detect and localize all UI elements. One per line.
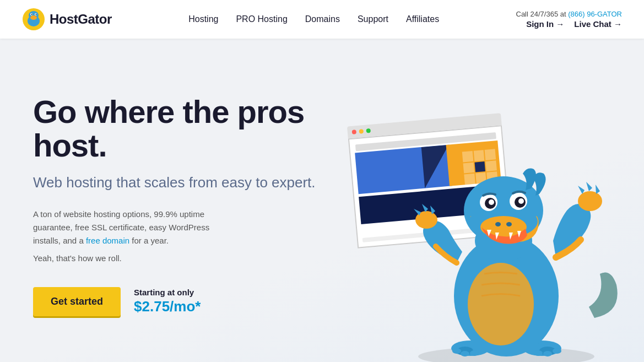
- hero-illustration: [330, 87, 627, 362]
- nav-item-support[interactable]: Support: [358, 14, 388, 24]
- site-header: HostGator Hosting PRO Hosting Domains Su…: [0, 0, 644, 39]
- hero-tagline: Yeah, that's how we roll.: [33, 252, 325, 265]
- svg-point-13: [470, 350, 479, 356]
- hero-content: Go where the pros host. Web hosting that…: [33, 95, 325, 316]
- sign-in-link[interactable]: Sign In: [526, 19, 564, 29]
- price-value: $2.75/mo*: [134, 298, 201, 315]
- svg-point-25: [495, 222, 501, 226]
- svg-point-3: [30, 15, 37, 20]
- phone-link[interactable]: (866) 96-GATOR: [568, 10, 622, 18]
- main-nav: Hosting PRO Hosting Domains Support Affi…: [188, 14, 439, 24]
- svg-point-18: [553, 348, 561, 354]
- hero-section: Go where the pros host. Web hosting that…: [0, 39, 644, 362]
- nav-item-domains[interactable]: Domains: [305, 14, 340, 24]
- logo-icon: [22, 8, 45, 31]
- nav-item-affiliates[interactable]: Affiliates: [406, 14, 439, 24]
- svg-point-16: [534, 350, 543, 356]
- price-info: Starting at only $2.75/mo*: [134, 288, 201, 315]
- nav-item-hosting[interactable]: Hosting: [188, 14, 218, 24]
- logo-link[interactable]: HostGator: [22, 8, 112, 31]
- header-actions: Sign In Live Chat: [526, 19, 622, 29]
- gator-mascot: [385, 109, 627, 362]
- svg-point-20: [468, 263, 534, 345]
- hero-cta: Get started Starting at only $2.75/mo*: [33, 287, 325, 316]
- get-started-button[interactable]: Get started: [33, 287, 121, 316]
- svg-point-6: [31, 14, 33, 15]
- svg-point-17: [543, 351, 552, 356]
- hero-subtitle: Web hosting that scales from easy to exp…: [33, 174, 325, 192]
- hero-description: A ton of website hosting options, 99.9% …: [33, 208, 231, 247]
- svg-point-11: [452, 348, 461, 354]
- nav-item-pro-hosting[interactable]: PRO Hosting: [236, 14, 287, 24]
- svg-point-12: [461, 351, 469, 356]
- logo-text: HostGator: [50, 12, 112, 27]
- svg-point-31: [489, 199, 494, 205]
- header-right: Call 24/7/365 at (866) 96-GATOR Sign In …: [516, 10, 622, 29]
- svg-point-26: [506, 222, 512, 226]
- call-info: Call 24/7/365 at (866) 96-GATOR: [516, 10, 622, 18]
- hero-title: Go where the pros host.: [33, 95, 325, 163]
- svg-point-33: [578, 191, 602, 211]
- free-domain-link[interactable]: free domain: [86, 236, 129, 245]
- svg-point-7: [36, 14, 37, 15]
- live-chat-link[interactable]: Live Chat: [574, 19, 622, 29]
- price-label: Starting at only: [134, 288, 201, 297]
- svg-point-32: [518, 198, 524, 204]
